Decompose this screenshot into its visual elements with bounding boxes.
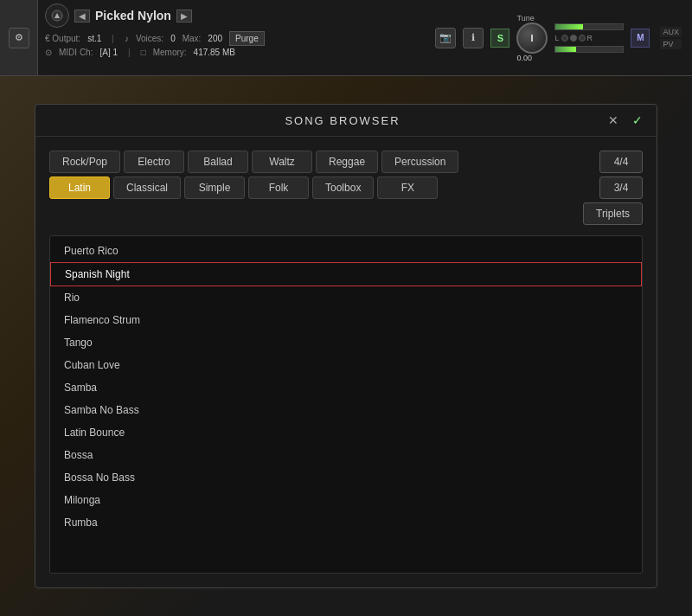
song-item[interactable]: Rio [50, 286, 642, 309]
top-bar: ⚙ ◀ Picked Nylon ▶ € Output: st.1 | ♪ Vo… [0, 0, 692, 76]
m-button[interactable]: M [631, 29, 650, 48]
tab-rock-pop[interactable]: Rock/Pop [49, 151, 120, 173]
tab-right-4-4[interactable]: 4/4 [599, 151, 643, 173]
tune-section: Tune 0.00 [516, 14, 548, 62]
level-bar-top [554, 23, 624, 30]
tabs-right: 4/43/4Triplets [583, 151, 643, 225]
song-item[interactable]: Samba No Bass [50, 399, 642, 421]
instrument-section: ◀ Picked Nylon ▶ € Output: st.1 | ♪ Voic… [38, 0, 428, 75]
midi-value: [A] 1 [99, 48, 118, 57]
info-rows: € Output: st.1 | ♪ Voices: 0 Max: 200 Pu… [45, 31, 421, 57]
tab-simple[interactable]: Simple [184, 176, 245, 199]
camera-icon[interactable]: 📷 [435, 28, 456, 48]
song-item[interactable]: Milonga [50, 489, 642, 511]
gear-icon[interactable]: ⚙ [9, 28, 29, 48]
pv-label: PV [660, 39, 682, 49]
song-list[interactable]: Puerto RicoSpanish NightRioFlamenco Stru… [49, 235, 643, 574]
l-indicator [561, 35, 568, 42]
tab-row-2: LatinClassicalSimpleFolkToolboxFX [49, 176, 458, 199]
tabs-container: Rock/PopElectroBalladWaltzReggaePercussi… [49, 151, 643, 225]
s-button[interactable]: S [490, 29, 509, 48]
output-row: € Output: st.1 | ♪ Voices: 0 Max: 200 Pu… [45, 31, 421, 46]
tune-knob[interactable] [516, 22, 548, 54]
tab-electro[interactable]: Electro [124, 151, 184, 173]
gear-section: ⚙ [0, 0, 38, 75]
max-label: Max: [183, 34, 202, 43]
max-value: 200 [208, 34, 222, 43]
voices-value: 0 [170, 34, 176, 43]
n-indicator [570, 35, 577, 42]
tab-classical[interactable]: Classical [113, 176, 181, 199]
dialog-title: SONG BROWSER [84, 114, 601, 127]
purge-button[interactable]: Purge [229, 31, 265, 46]
main-area: SONG BROWSER ✕ ✓ Rock/PopElectroBalladWa… [0, 76, 692, 616]
dialog-controls: ✕ ✓ [601, 113, 643, 127]
voices-label: Voices: [136, 34, 163, 43]
dialog-title-bar: SONG BROWSER ✕ ✓ [35, 105, 657, 137]
song-item[interactable]: Bossa [50, 444, 642, 466]
tab-toolbox[interactable]: Toolbox [312, 176, 374, 199]
song-item[interactable]: Puerto Rico [50, 240, 642, 262]
dialog-confirm-button[interactable]: ✓ [632, 113, 643, 127]
voices-icon: ♪ [125, 34, 129, 43]
aux-pv-section: AUX PV [657, 23, 685, 53]
level-section: L R [554, 23, 624, 53]
tab-fx[interactable]: FX [377, 176, 438, 199]
dialog-body: Rock/PopElectroBalladWaltzReggaePercussi… [35, 137, 657, 587]
midi-row: ⊙ MIDI Ch: [A] 1 | □ Memory: 417.85 MB [45, 48, 421, 57]
tune-label: Tune [516, 14, 548, 22]
memory-value: 417.85 MB [194, 48, 235, 57]
prev-arrow[interactable]: ◀ [74, 10, 90, 22]
song-item[interactable]: Latin Bounce [50, 421, 642, 444]
song-item[interactable]: Tango [50, 331, 642, 354]
song-item[interactable]: Samba [50, 376, 642, 399]
midi-label: MIDI Ch: [59, 48, 93, 57]
song-item[interactable]: Rumba [50, 511, 642, 534]
tab-latin[interactable]: Latin [49, 176, 110, 199]
instrument-logo [45, 3, 69, 28]
tabs-left: Rock/PopElectroBalladWaltzReggaePercussi… [49, 151, 458, 199]
tab-reggae[interactable]: Reggae [316, 151, 378, 173]
aux-label: AUX [660, 27, 682, 37]
dialog-close-button[interactable]: ✕ [608, 113, 618, 127]
song-item[interactable]: Spanish Night [50, 262, 642, 286]
tab-row-1: Rock/PopElectroBalladWaltzReggaePercussi… [49, 151, 458, 173]
song-item[interactable]: Bossa No Bass [50, 466, 642, 489]
info-icon[interactable]: ℹ [463, 28, 484, 48]
instrument-name-row: ◀ Picked Nylon ▶ [45, 3, 421, 28]
tab-right-triplets[interactable]: Triplets [583, 202, 643, 225]
next-arrow[interactable]: ▶ [176, 10, 192, 22]
instrument-name: Picked Nylon [95, 9, 171, 22]
midi-icon: ⊙ [45, 48, 52, 57]
tab-folk[interactable]: Folk [248, 176, 309, 199]
tab-right-3-4[interactable]: 3/4 [599, 176, 643, 199]
output-label: € Output: [45, 34, 80, 43]
top-right-controls: 📷 ℹ S Tune 0.00 L R M [428, 0, 692, 75]
memory-icon: □ [141, 48, 146, 57]
song-item[interactable]: Flamenco Strum [50, 309, 642, 331]
level-bar-bottom [554, 46, 624, 53]
song-browser-dialog: SONG BROWSER ✕ ✓ Rock/PopElectroBalladWa… [35, 104, 657, 588]
lnr-row: L R [554, 34, 624, 42]
tune-value: 0.00 [516, 54, 548, 62]
song-item[interactable]: Cuban Love [50, 354, 642, 376]
tab-waltz[interactable]: Waltz [252, 151, 312, 173]
r-indicator [579, 35, 586, 42]
tab-ballad[interactable]: Ballad [188, 151, 248, 173]
output-value: st.1 [87, 34, 101, 43]
memory-label: Memory: [153, 48, 187, 57]
tab-percussion[interactable]: Percussion [381, 151, 458, 173]
